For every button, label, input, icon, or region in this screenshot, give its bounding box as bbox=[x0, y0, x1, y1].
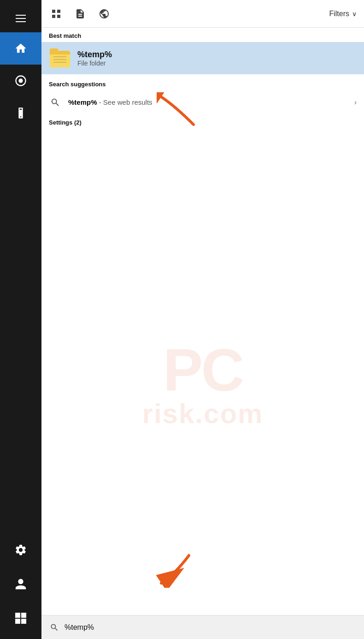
sidebar-item-cortana[interactable] bbox=[0, 65, 41, 97]
toolbar: Filters ∨ bbox=[41, 0, 364, 28]
home-icon bbox=[14, 42, 27, 55]
filters-label: Filters bbox=[329, 10, 349, 18]
settings-icon bbox=[14, 543, 27, 556]
arrow-annotation-bottom bbox=[152, 551, 198, 590]
folder-icon bbox=[49, 47, 71, 69]
filters-button[interactable]: Filters ∨ bbox=[329, 10, 357, 18]
search-input[interactable] bbox=[65, 623, 357, 632]
best-match-text: %temp% File folder bbox=[77, 50, 112, 67]
search-suggestion-icon bbox=[49, 96, 62, 109]
best-match-type: File folder bbox=[77, 60, 112, 67]
sidebar-item-windows[interactable] bbox=[0, 602, 41, 634]
hamburger-icon bbox=[16, 15, 26, 22]
best-match-label: Best match bbox=[41, 28, 364, 42]
sidebar-item-device[interactable] bbox=[0, 97, 41, 129]
svg-rect-3 bbox=[20, 109, 22, 110]
globe-icon bbox=[99, 8, 110, 19]
account-icon bbox=[14, 578, 27, 591]
search-bar-icon bbox=[49, 622, 60, 633]
document-view-button[interactable] bbox=[73, 6, 88, 21]
sidebar-item-home[interactable] bbox=[0, 32, 41, 65]
cortana-icon bbox=[14, 74, 27, 87]
grid-icon bbox=[51, 8, 62, 19]
settings-label: Settings (2) bbox=[41, 114, 364, 129]
svg-rect-8 bbox=[57, 15, 60, 18]
search-bar bbox=[41, 615, 364, 639]
svg-rect-6 bbox=[57, 10, 60, 13]
main-content: Filters ∨ Best match %temp bbox=[41, 0, 364, 639]
suggestion-suffix: - See web results bbox=[97, 98, 153, 106]
watermark-line1: PC bbox=[142, 340, 264, 400]
grid-view-button[interactable] bbox=[49, 6, 64, 21]
search-suggestions-label: Search suggestions bbox=[41, 76, 364, 90]
suggestion-query: %temp% bbox=[68, 98, 97, 106]
sidebar-item-settings[interactable] bbox=[0, 534, 41, 566]
results-panel: Best match %temp% File folder bbox=[41, 28, 364, 615]
hamburger-menu[interactable] bbox=[0, 5, 41, 32]
device-icon bbox=[14, 107, 27, 119]
sidebar-bottom bbox=[0, 534, 41, 639]
sidebar bbox=[0, 0, 41, 639]
svg-rect-5 bbox=[52, 10, 55, 13]
web-view-button[interactable] bbox=[97, 6, 112, 21]
sidebar-nav bbox=[0, 32, 41, 534]
watermark-line2: risk.com bbox=[142, 400, 264, 428]
best-match-item[interactable]: %temp% File folder bbox=[41, 42, 364, 74]
sidebar-item-account[interactable] bbox=[0, 568, 41, 600]
suggestion-text: %temp% - See web results bbox=[68, 98, 354, 107]
svg-point-4 bbox=[20, 116, 21, 117]
windows-icon bbox=[15, 613, 26, 624]
suggestion-chevron-icon: › bbox=[354, 98, 357, 107]
document-icon bbox=[75, 8, 86, 19]
watermark: PC risk.com bbox=[41, 189, 364, 578]
svg-rect-7 bbox=[52, 15, 55, 18]
svg-point-1 bbox=[18, 78, 23, 83]
suggestion-item[interactable]: %temp% - See web results › bbox=[41, 90, 364, 114]
filters-chevron: ∨ bbox=[352, 10, 357, 18]
best-match-name: %temp% bbox=[77, 50, 112, 60]
